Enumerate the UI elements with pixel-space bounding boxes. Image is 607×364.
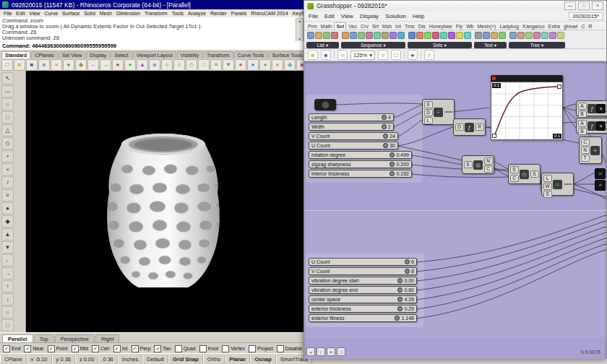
zoom-extents-icon[interactable]: □: [391, 50, 401, 60]
component-tab[interactable]: Vec: [347, 23, 358, 30]
grasshopper-titlebar[interactable]: Grasshopper - 09282015* — □ ×: [304, 1, 606, 11]
rhino-menu-item[interactable]: Mesh: [100, 11, 112, 16]
component-tab[interactable]: R: [587, 23, 593, 30]
component-icon[interactable]: [389, 32, 397, 39]
graph-mapper-node[interactable]: 0:1 0:1: [491, 75, 563, 140]
toolbar-tab[interactable]: Standard: [1, 51, 30, 58]
toolbar-tab[interactable]: Visibility: [177, 51, 202, 58]
checkbox-box[interactable]: ✓: [48, 345, 55, 352]
status-segment[interactable]: Planar: [225, 355, 251, 363]
component-icon[interactable]: [350, 32, 357, 39]
component-tab[interactable]: Set: [334, 22, 346, 30]
slider-knob[interactable]: [397, 278, 402, 283]
component-tab[interactable]: Dis: [417, 23, 427, 30]
toolbar-icon[interactable]: □: [1, 59, 13, 71]
ribbon-group-label[interactable]: Text▾: [474, 42, 507, 48]
toolbar-icon[interactable]: ●: [63, 59, 74, 71]
component-tab[interactable]: Kangaroo: [521, 23, 546, 30]
component-icon[interactable]: [315, 32, 322, 39]
sidebar-tool-icon[interactable]: ○: [1, 98, 14, 110]
viewport-parallel[interactable]: [26, 71, 304, 332]
slider-knob[interactable]: [382, 115, 387, 120]
component-icon[interactable]: [432, 32, 439, 39]
osnap-checkbox[interactable]: ✓ End: [3, 345, 20, 352]
graph-mapper-body[interactable]: 0:1 0:1: [491, 82, 563, 140]
slider-knob[interactable]: [389, 171, 395, 176]
osnap-checkbox[interactable]: Vertex: [222, 345, 245, 352]
node-input[interactable]: A: [578, 120, 587, 127]
osnap-checkbox[interactable]: Quad: [175, 345, 196, 352]
sidebar-tool-icon[interactable]: ↓: [1, 293, 14, 306]
node-output[interactable]: N: [484, 157, 493, 165]
node-input[interactable]: S: [464, 161, 473, 168]
slider-knob[interactable]: [405, 259, 410, 264]
rhino-menu-item[interactable]: Panels: [231, 11, 246, 16]
ribbon-group-label[interactable]: Tree▾: [509, 42, 565, 48]
gh-menu-item[interactable]: Help: [413, 13, 424, 20]
osnap-checkbox[interactable]: ✓ Int: [113, 345, 128, 352]
component-icon[interactable]: [424, 32, 431, 39]
toolbar-tab[interactable]: Display: [86, 51, 110, 58]
number-slider[interactable]: center space 4.29: [309, 295, 417, 303]
number-slider[interactable]: exterior fitness 1.146: [309, 314, 417, 322]
component-icon[interactable]: [374, 32, 381, 39]
node-input[interactable]: C: [510, 175, 519, 182]
gh-menu-item[interactable]: Display: [360, 13, 379, 20]
ribbon-group-label[interactable]: Sequence▾: [341, 42, 405, 48]
checkbox-box[interactable]: [199, 345, 207, 352]
component-icon[interactable]: [307, 32, 314, 39]
toolbar-tab[interactable]: CPlanes: [31, 51, 57, 58]
component-tab[interactable]: Fly: [455, 23, 464, 30]
rhino-menu-item[interactable]: Curve: [44, 11, 58, 16]
toolbar-icon[interactable]: ■: [26, 59, 38, 71]
component-icon[interactable]: [525, 32, 533, 39]
number-slider[interactable]: V Count 24: [309, 132, 398, 140]
osnap-checkbox[interactable]: Project: [249, 345, 273, 352]
canvas-widget-icon[interactable]: ×: [327, 347, 335, 356]
component-icon[interactable]: [342, 32, 349, 39]
component-tab[interactable]: Math: [319, 23, 334, 30]
toolbar-icon[interactable]: ◆: [75, 59, 87, 71]
checkbox-box[interactable]: ✓: [154, 345, 161, 352]
component-tab[interactable]: gHowl: [562, 23, 579, 30]
status-segment[interactable]: z 0.00: [75, 355, 98, 363]
slider-knob[interactable]: [383, 143, 388, 148]
node-input[interactable]: L: [424, 117, 433, 124]
toolbar-icon[interactable]: ▲: [137, 59, 148, 71]
number-slider[interactable]: vibration degree end 0.60: [309, 286, 417, 294]
toolbar-icon[interactable]: ←: [87, 59, 99, 71]
node-mid[interactable]: SC ◇ S: [508, 164, 541, 184]
status-segment[interactable]: Inches: [118, 355, 142, 363]
status-segment[interactable]: Grid Snap: [168, 355, 203, 363]
component-icon[interactable]: [331, 32, 338, 39]
toolbar-icon[interactable]: ◇: [186, 59, 197, 71]
node-input[interactable]: N: [581, 147, 590, 154]
sidebar-tool-icon[interactable]: —: [1, 85, 14, 98]
toolbar-icon[interactable]: ■: [14, 59, 25, 71]
canvas-widget-icon[interactable]: /: [317, 347, 325, 356]
zoom-level-select[interactable]: 125% ▾: [350, 51, 375, 60]
maximize-button[interactable]: □: [578, 1, 590, 10]
osnap-checkbox[interactable]: Knot: [199, 345, 218, 352]
component-icon[interactable]: [397, 32, 405, 39]
toolbar-icon[interactable]: ●: [259, 59, 271, 71]
toolbar-icon[interactable]: ○: [173, 59, 185, 71]
number-slider[interactable]: rotation degree 0.499: [309, 151, 412, 159]
component-tab[interactable]: Int: [394, 23, 402, 30]
node-output[interactable]: S: [530, 170, 539, 178]
node-input[interactable]: S: [510, 166, 519, 173]
sidebar-tool-icon[interactable]: □: [1, 111, 14, 124]
component-tab[interactable]: Prm: [306, 23, 319, 30]
component-icon[interactable]: [491, 32, 498, 39]
component-icon[interactable]: [464, 32, 471, 39]
number-slider[interactable]: vibration degree start 0.00: [309, 277, 417, 285]
number-slider[interactable]: interior thickness 0.152: [309, 170, 412, 178]
slider-knob[interactable]: [397, 297, 402, 302]
scroll-up-icon[interactable]: ▲: [298, 19, 301, 23]
toolbar-tab[interactable]: Viewport Layout: [133, 51, 176, 58]
close-button[interactable]: ×: [592, 1, 603, 10]
component-icon[interactable]: [509, 32, 517, 39]
gh-menu-item[interactable]: View: [341, 13, 353, 20]
toolbar-icon[interactable]: →: [100, 59, 111, 71]
disabled-node-marker[interactable]: ×: [596, 104, 606, 113]
